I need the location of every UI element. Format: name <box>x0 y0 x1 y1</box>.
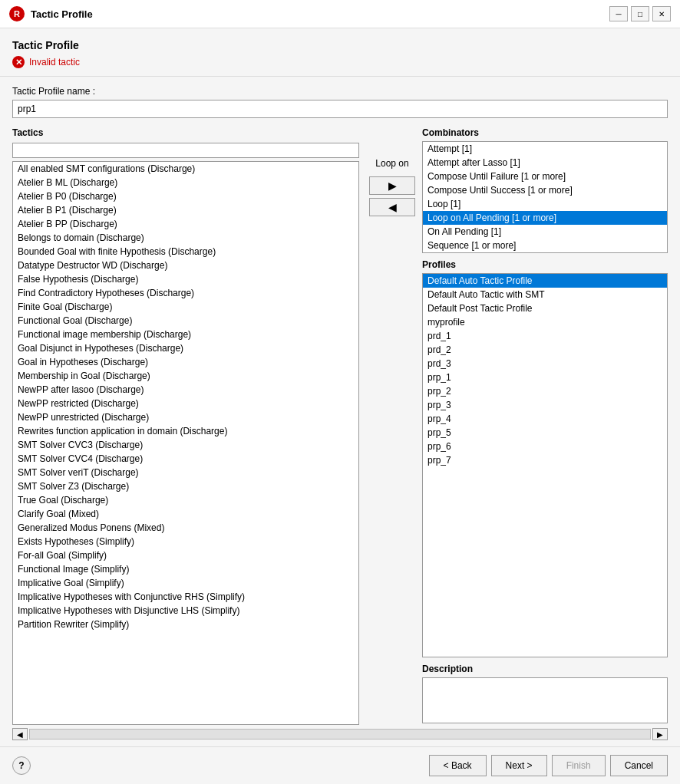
scroll-left-button[interactable]: ◀ <box>12 728 28 740</box>
dialog-title: Tactic Profile <box>31 8 93 20</box>
combinators-list-item[interactable]: Attempt after Lasso [1] <box>423 156 667 170</box>
help-button[interactable]: ? <box>12 756 31 775</box>
horizontal-scrollbar: ◀ ▶ <box>12 725 668 743</box>
tactics-list-item[interactable]: Find Contradictory Hypotheses (Discharge… <box>13 286 358 300</box>
description-label: Description <box>422 664 668 674</box>
tactics-list-item[interactable]: NewPP restricted (Discharge) <box>13 397 358 410</box>
combinators-list-item[interactable]: Attempt [1] <box>423 142 667 156</box>
scroll-right-button[interactable]: ▶ <box>652 728 668 740</box>
profiles-list-item[interactable]: prp_7 <box>423 453 667 467</box>
finish-button[interactable]: Finish <box>552 755 606 776</box>
profiles-list-item[interactable]: Default Auto Tactic with SMT <box>423 288 667 301</box>
profiles-label: Profiles <box>422 259 668 270</box>
tactics-list-item[interactable]: Goal Disjunct in Hypotheses (Discharge) <box>13 341 358 355</box>
profiles-list-item[interactable]: prp_5 <box>423 426 667 440</box>
tactics-list-item[interactable]: Exists Hypotheses (Simplify) <box>13 535 358 548</box>
tactics-list-item[interactable]: Atelier B ML (Discharge) <box>13 176 358 189</box>
tactics-list-item[interactable]: All enabled SMT configurations (Discharg… <box>13 162 358 176</box>
tactics-list-item[interactable]: Belongs to domain (Discharge) <box>13 231 358 245</box>
tactics-list-item[interactable]: Atelier B P0 (Discharge) <box>13 189 358 203</box>
combinators-section: Combinators Attempt [1]Attempt after Las… <box>422 127 668 253</box>
tactics-list-item[interactable]: Datatype Destructor WD (Discharge) <box>13 259 358 272</box>
profiles-list-item[interactable]: prp_3 <box>423 398 667 412</box>
loop-on-label: Loop on <box>375 158 408 169</box>
tactics-list-item[interactable]: Partition Rewriter (Simplify) <box>13 618 358 631</box>
tactics-list-item[interactable]: Finite Goal (Discharge) <box>13 300 358 314</box>
profile-name-input[interactable] <box>12 100 668 118</box>
main-content: Tactics All enabled SMT configurations (… <box>0 127 680 725</box>
tactics-list-item[interactable]: Functional image membership (Discharge) <box>13 328 358 341</box>
title-controls: ─ □ ✕ <box>609 6 671 21</box>
title-bar: R Tactic Profile ─ □ ✕ <box>0 0 680 28</box>
profiles-list-item[interactable]: prp_1 <box>423 371 667 384</box>
combinators-label: Combinators <box>422 127 668 138</box>
tactics-panel: Tactics All enabled SMT configurations (… <box>12 127 365 725</box>
error-message: Invalid tactic <box>29 57 80 68</box>
tactics-list-item[interactable]: NewPP unrestricted (Discharge) <box>13 410 358 424</box>
combinators-list-item[interactable]: Loop [1] <box>423 197 667 211</box>
bottom-bar: ? < Back Next > Finish Cancel <box>0 746 680 784</box>
tactics-list-item[interactable]: Generalized Modus Ponens (Mixed) <box>13 521 358 535</box>
combinators-list-item[interactable]: On All Pending [1] <box>423 225 667 239</box>
header-section: Tactic Profile ✕ Invalid tactic <box>0 28 680 77</box>
bottom-right: < Back Next > Finish Cancel <box>429 755 668 776</box>
profiles-list-item[interactable]: prd_2 <box>423 343 667 357</box>
combinators-list-item[interactable]: Compose Until Success [1 or more] <box>423 183 667 197</box>
tactics-search-input[interactable] <box>12 143 359 158</box>
description-section: Description <box>422 664 668 725</box>
profiles-list-item[interactable]: prp_6 <box>423 440 667 453</box>
tactics-list-item[interactable]: SMT Solver veriT (Discharge) <box>13 466 358 479</box>
tactics-list-item[interactable]: True Goal (Discharge) <box>13 493 358 507</box>
profiles-list-item[interactable]: prp_2 <box>423 384 667 398</box>
app-icon: R <box>9 6 25 21</box>
tactics-list-container: All enabled SMT configurations (Discharg… <box>12 161 359 725</box>
tactics-list-item[interactable]: Functional Goal (Discharge) <box>13 314 358 328</box>
tactics-list-item[interactable]: Implicative Hypotheses with Disjunctive … <box>13 604 358 618</box>
combinators-list-item[interactable]: Sequence [1 or more] <box>423 239 667 252</box>
tactics-list-item[interactable]: Rewrites function application in domain … <box>13 424 358 438</box>
tactics-list-item[interactable]: For-all Goal (Simplify) <box>13 548 358 562</box>
back-button[interactable]: < Back <box>429 755 487 776</box>
profiles-section: Profiles Default Auto Tactic ProfileDefa… <box>422 259 668 657</box>
close-button[interactable]: ✕ <box>652 6 671 21</box>
profiles-list-item[interactable]: prd_1 <box>423 329 667 343</box>
tactics-list-item[interactable]: Goal in Hypotheses (Discharge) <box>13 355 358 369</box>
maximize-button[interactable]: □ <box>631 6 649 21</box>
tactics-list-item[interactable]: Atelier B P1 (Discharge) <box>13 203 358 217</box>
right-panel: Combinators Attempt [1]Attempt after Las… <box>419 127 668 725</box>
tactics-list-item[interactable]: Implicative Hypotheses with Conjunctive … <box>13 590 358 604</box>
dialog-body: Tactic Profile ✕ Invalid tactic Tactic P… <box>0 28 680 784</box>
tactics-list-item[interactable]: Implicative Goal (Simplify) <box>13 576 358 590</box>
profiles-list-item[interactable]: Default Post Tactic Profile <box>423 301 667 315</box>
combinators-list[interactable]: Attempt [1]Attempt after Lasso [1]Compos… <box>422 141 668 253</box>
tactics-list-item[interactable]: NewPP after lasoo (Discharge) <box>13 383 358 397</box>
remove-from-loop-button[interactable]: ◀ <box>369 198 415 216</box>
error-row: ✕ Invalid tactic <box>12 56 668 68</box>
tactics-list-item[interactable]: Atelier B PP (Discharge) <box>13 217 358 231</box>
description-box <box>422 677 668 723</box>
tactics-list-item[interactable]: Bounded Goal with finite Hypothesis (Dis… <box>13 245 358 259</box>
tactics-label: Tactics <box>12 127 359 138</box>
next-button[interactable]: Next > <box>491 755 547 776</box>
tactics-list-item[interactable]: Membership in Goal (Discharge) <box>13 369 358 383</box>
combinators-list-item[interactable]: Compose Until Failure [1 or more] <box>423 170 667 183</box>
tactics-list-item[interactable]: SMT Solver CVC3 (Discharge) <box>13 438 358 452</box>
tactics-list-item[interactable]: SMT Solver Z3 (Discharge) <box>13 479 358 493</box>
name-label: Tactic Profile name : <box>12 86 668 97</box>
tactics-list-item[interactable]: False Hypothesis (Discharge) <box>13 272 358 286</box>
scroll-track-h <box>29 729 651 740</box>
tactics-list-item[interactable]: Functional Image (Simplify) <box>13 562 358 576</box>
profiles-list-item[interactable]: prp_4 <box>423 412 667 426</box>
tactics-list[interactable]: All enabled SMT configurations (Discharg… <box>12 161 359 725</box>
combinators-list-item[interactable]: Loop on All Pending [1 or more] <box>423 211 667 225</box>
cancel-button[interactable]: Cancel <box>610 755 668 776</box>
profiles-list-item[interactable]: myprofile <box>423 315 667 329</box>
profiles-list-item[interactable]: prd_3 <box>423 357 667 371</box>
add-to-loop-button[interactable]: ▶ <box>369 176 415 195</box>
horizontal-scroll-area: ◀ ▶ <box>0 725 680 746</box>
tactics-list-item[interactable]: SMT Solver CVC4 (Discharge) <box>13 452 358 466</box>
minimize-button[interactable]: ─ <box>609 6 628 21</box>
profiles-list-item[interactable]: Default Auto Tactic Profile <box>423 274 667 288</box>
profiles-list[interactable]: Default Auto Tactic ProfileDefault Auto … <box>422 273 668 657</box>
tactics-list-item[interactable]: Clarify Goal (Mixed) <box>13 507 358 521</box>
